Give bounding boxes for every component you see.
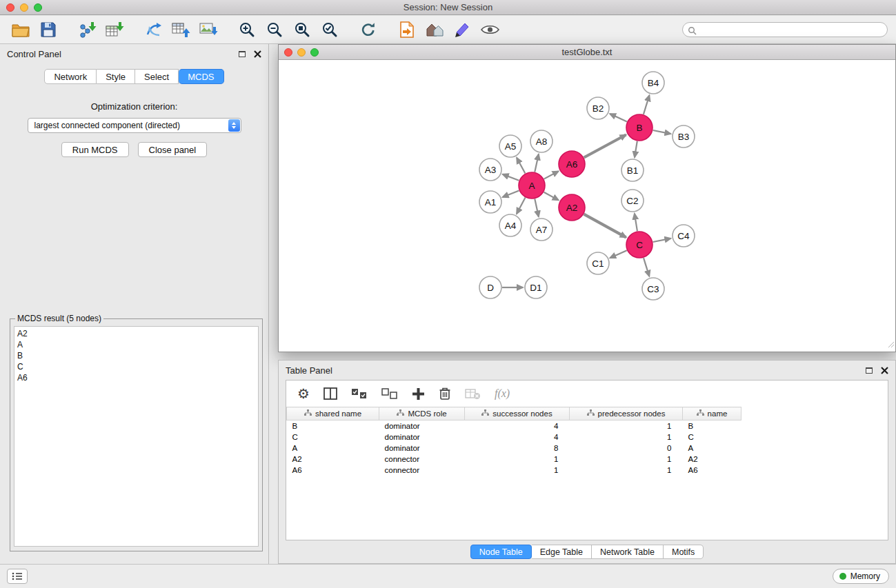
graph-edge-B-B3[interactable] [653,130,671,134]
graph-node-A8[interactable]: A8 [530,130,552,152]
open-session-button[interactable] [7,18,34,41]
graph-edge-A-A3[interactable] [503,174,519,181]
graph-edge-C-C1[interactable] [610,250,627,258]
add-row-icon[interactable] [412,387,425,401]
tab-select[interactable]: Select [135,69,179,84]
zoom-fit-button[interactable] [288,18,316,41]
column-header-name[interactable]: name [683,407,741,420]
function-builder-icon[interactable]: f(x) [495,387,510,400]
network-zoom-button[interactable] [310,48,319,57]
show-hide-button[interactable] [476,18,504,41]
export-network-button[interactable] [139,18,167,41]
close-window-button[interactable] [6,3,14,12]
tab-style[interactable]: Style [97,69,135,84]
delete-row-icon[interactable] [439,387,451,401]
graph-edge-A-A4[interactable] [517,198,526,214]
graph-node-A1[interactable]: A1 [479,191,501,213]
task-history-button[interactable] [7,569,28,584]
graph-node-B3[interactable]: B3 [673,125,695,148]
graph-edge-A2-C[interactable] [584,214,626,238]
graph-node-D1[interactable]: D1 [525,276,547,298]
minimize-window-button[interactable] [20,3,28,12]
table-row[interactable]: Cdominator41C [287,432,888,443]
column-header-predecessor-nodes[interactable]: predecessor nodes [570,407,683,420]
graph-node-C3[interactable]: C3 [642,278,664,300]
table-float-panel-icon[interactable] [866,367,873,374]
graph-edge-B-B4[interactable] [644,95,650,114]
graph-node-C2[interactable]: C2 [621,190,644,212]
table-row[interactable]: Adominator80A [287,443,888,454]
network-window-titlebar[interactable]: testGlobe.txt [279,45,895,60]
graph-node-D[interactable]: D [479,276,501,298]
graph-node-B2[interactable]: B2 [587,97,609,119]
open-file-button[interactable] [393,18,421,41]
tab-node-table[interactable]: Node Table [470,545,532,559]
tab-network[interactable]: Network [44,69,97,84]
table-row[interactable]: A6connector11A6 [287,465,888,476]
tab-network-table[interactable]: Network Table [592,545,664,559]
show-columns-icon[interactable] [323,387,337,400]
table-row[interactable]: A2connector11A2 [287,454,888,465]
graph-edge-C-C4[interactable] [653,239,671,242]
tab-edge-table[interactable]: Edge Table [532,545,592,559]
network-minimize-button[interactable] [297,48,306,57]
zoom-window-button[interactable] [34,3,42,12]
delete-table-icon[interactable] [465,388,481,400]
graph-edge-C-C3[interactable] [644,258,649,276]
column-header-shared-name[interactable]: shared name [287,407,379,420]
graph-node-A4[interactable]: A4 [499,214,521,236]
graph-edge-A-A1[interactable] [503,190,519,197]
graph-edge-A-A7[interactable] [535,199,539,217]
graph-edge-A-A5[interactable] [517,158,525,174]
mcds-result-item[interactable]: A6 [17,372,255,383]
zoom-selected-button[interactable] [316,18,344,41]
tab-motifs[interactable]: Motifs [664,545,704,559]
graph-node-A5[interactable]: A5 [499,135,521,157]
mcds-result-list[interactable]: A2ABCA6 [14,326,259,547]
network-overview-button[interactable] [421,18,448,41]
network-close-button[interactable] [284,48,292,57]
graph-node-B4[interactable]: B4 [642,72,664,94]
close-panel-icon[interactable] [254,50,261,58]
network-canvas-svg[interactable]: AA6A2BCA1A3A4A5A7A8B1B2B3B4C1C2C3C4DD1 [279,60,895,352]
graph-node-A6[interactable]: A6 [559,151,585,177]
table-row[interactable]: Bdominator41B [287,420,888,432]
export-table-button[interactable] [167,18,195,41]
save-session-button[interactable] [34,18,62,41]
graph-node-C4[interactable]: C4 [673,225,695,247]
graph-node-A3[interactable]: A3 [479,159,501,181]
export-image-button[interactable] [195,18,222,41]
column-header-mcds-role[interactable]: MCDS role [379,407,465,420]
graph-node-A2[interactable]: A2 [559,194,585,221]
resize-handle-icon[interactable] [887,338,895,351]
graph-edge-A-A8[interactable] [535,154,539,172]
graph-edge-B-B1[interactable] [635,141,637,158]
memory-button[interactable]: Memory [833,569,889,584]
refresh-network-button[interactable] [355,18,382,41]
mcds-result-item[interactable]: C [17,361,255,372]
zoom-in-button[interactable] [233,18,261,41]
graph-node-A[interactable]: A [519,172,545,199]
optimization-dropdown[interactable]: largest connected component (directed) [28,118,241,133]
unselect-all-icon[interactable] [381,388,398,400]
table-settings-gear-icon[interactable]: ⚙ [297,387,310,401]
graph-node-A7[interactable]: A7 [530,219,552,241]
graph-edge-A-A6[interactable] [544,171,559,179]
mcds-result-item[interactable]: B [17,350,255,361]
mcds-result-item[interactable]: A [17,339,255,350]
tab-mcds[interactable]: MCDS [179,69,223,84]
zoom-out-button[interactable] [261,18,288,41]
import-network-button[interactable] [73,18,101,41]
search-input[interactable] [682,22,888,37]
close-panel-button[interactable]: Close panel [138,142,208,157]
graph-edge-A6-B[interactable] [584,135,626,158]
apply-style-button[interactable] [448,18,476,41]
float-panel-icon[interactable] [239,51,246,57]
graph-node-B[interactable]: B [626,114,653,141]
graph-node-C1[interactable]: C1 [587,252,609,274]
graph-edge-B-B2[interactable] [610,114,627,122]
import-table-button[interactable] [101,18,128,41]
network-canvas[interactable]: AA6A2BCA1A3A4A5A7A8B1B2B3B4C1C2C3C4DD1 [279,60,895,352]
table-close-panel-icon[interactable] [881,367,888,374]
graph-edge-C-C2[interactable] [635,214,637,231]
